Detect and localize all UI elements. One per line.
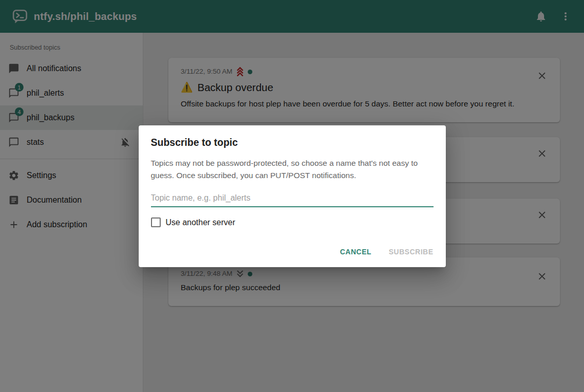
topic-name-input[interactable] [151, 190, 434, 207]
subscribe-button[interactable]: SUBSCRIBE [385, 244, 438, 260]
cancel-button[interactable]: CANCEL [336, 244, 375, 260]
dialog-actions: CANCEL SUBSCRIBE [336, 244, 437, 260]
dialog-description: Topics may not be password-protected, so… [151, 157, 434, 182]
checkbox-label: Use another server [166, 218, 235, 227]
dialog-title: Subscribe to topic [151, 137, 434, 148]
use-another-server-checkbox[interactable]: Use another server [151, 217, 434, 227]
checkbox-icon[interactable] [151, 217, 161, 227]
subscribe-dialog: Subscribe to topic Topics may not be pas… [139, 125, 446, 267]
